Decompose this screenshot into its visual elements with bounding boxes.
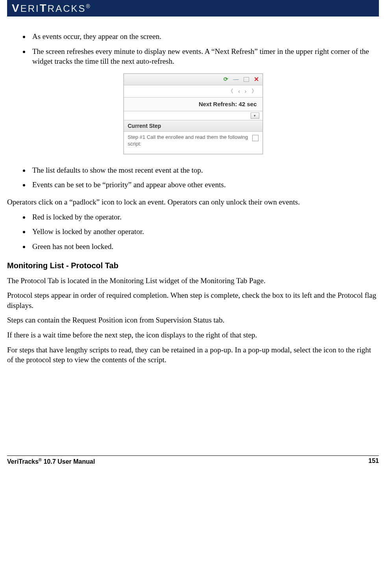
nav-first-icon[interactable]: 《 (228, 88, 233, 95)
body-paragraph: If there is a wait time before the next … (7, 330, 379, 340)
body-paragraph: For steps that have lengthy scripts to r… (7, 345, 379, 365)
step-checkbox[interactable] (252, 135, 259, 141)
brand-logo: VERITRACKS® (12, 2, 90, 15)
list-item: Green has not been locked. (30, 241, 379, 252)
widget-nav: 《 ‹ › 》 (124, 85, 262, 98)
list-item: Yellow is locked by another operator. (30, 227, 379, 237)
current-step-header: Current Step (124, 120, 262, 132)
nav-prev-icon[interactable]: ‹ (238, 88, 240, 94)
body-paragraph: Steps can contain the Request Position i… (7, 315, 379, 325)
page-footer: VeriTracks® 10.7 User Manual 151 (7, 457, 379, 465)
close-icon[interactable]: ✕ (253, 76, 260, 83)
refresh-icon[interactable]: ⟳ (222, 76, 229, 83)
padlock-paragraph: Operators click on a “padlock” icon to l… (7, 197, 379, 207)
footer-rule (7, 455, 379, 456)
widget-titlebar: ⟳ — ✕ (124, 74, 262, 85)
next-refresh-label: Next Refresh: 42 sec (124, 98, 262, 111)
footer-page-number: 151 (368, 457, 379, 465)
figure-wrap: ⟳ — ✕ 《 ‹ › 》 Next Refresh: 42 sec ▾ Cur… (7, 74, 379, 154)
nav-last-icon[interactable]: 》 (251, 88, 257, 95)
bullet-list-top: As events occur, they appear on the scre… (7, 31, 379, 66)
footer-left: VeriTracks® 10.7 User Manual (7, 457, 95, 465)
bullet-list-mid: The list defaults to show the most recen… (7, 165, 379, 190)
widget-screenshot: ⟳ — ✕ 《 ‹ › 》 Next Refresh: 42 sec ▾ Cur… (124, 74, 263, 154)
list-item: The screen refreshes every minute to dis… (30, 46, 379, 66)
widget-dropdown-row: ▾ (124, 111, 262, 120)
step-text: Step #1 Call the enrollee and read them … (128, 134, 248, 147)
body-paragraph: Protocol steps appear in order of requir… (7, 290, 379, 310)
section-heading: Monitoring List - Protocol Tab (7, 261, 379, 270)
maximize-icon[interactable] (243, 76, 250, 83)
bullet-list-locks: Red is locked by the operator. Yellow is… (7, 212, 379, 252)
step-row: Step #1 Call the enrollee and read them … (124, 132, 262, 154)
minimize-icon[interactable]: — (233, 76, 240, 83)
list-item: The list defaults to show the most recen… (30, 165, 379, 175)
list-item: Red is locked by the operator. (30, 212, 379, 222)
header-band: VERITRACKS® (7, 0, 379, 17)
list-item: Events can be set to be “priority” and a… (30, 180, 379, 190)
list-item: As events occur, they appear on the scre… (30, 31, 379, 42)
dropdown-toggle-icon[interactable]: ▾ (251, 112, 259, 119)
nav-next-icon[interactable]: › (245, 88, 247, 94)
body-paragraph: The Protocol Tab is located in the Monit… (7, 276, 379, 286)
